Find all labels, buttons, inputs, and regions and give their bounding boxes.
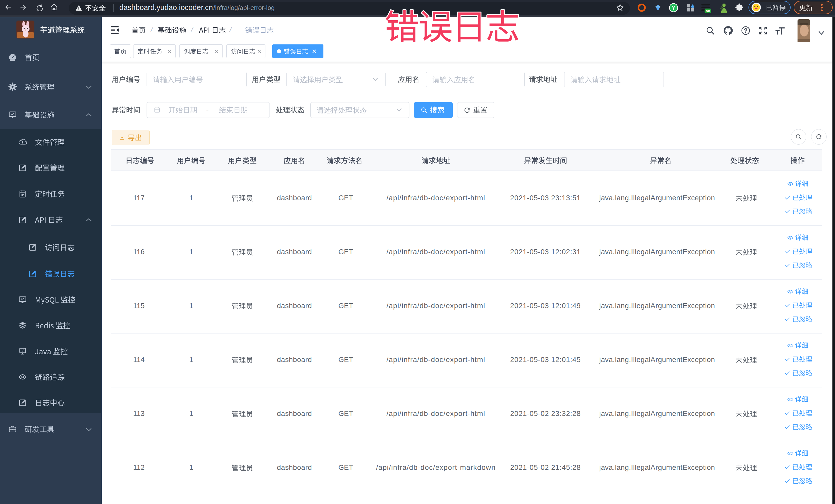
svg-text:on: on: [706, 9, 710, 13]
